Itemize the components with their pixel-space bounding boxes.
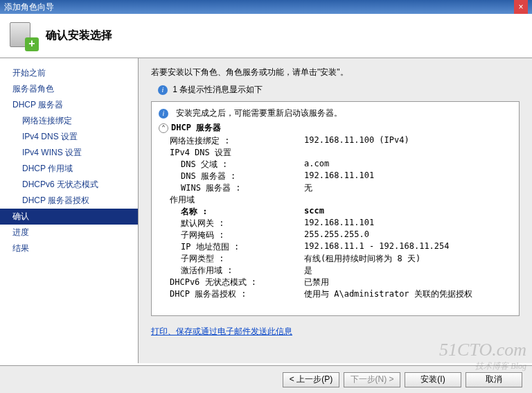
nav-step-2[interactable]: DHCP 服务器 [0, 97, 138, 113]
summary-row: DNS 服务器 :192.168.11.101 [159, 171, 512, 182]
nav-step-11[interactable]: 结果 [0, 241, 138, 256]
summary-row: 子网掩码 :255.255.255.0 [159, 229, 512, 241]
summary-row: DHCPv6 无状态模式 :已禁用 [159, 277, 512, 288]
summary-panel: i 安装完成之后，可能需要重新启动该服务器。 ⌃ DHCP 服务器 网络连接绑定… [151, 101, 520, 316]
nav-step-1[interactable]: 服务器角色 [0, 81, 138, 97]
summary-row: 子网类型 :有线(租用持续时间将为 8 天) [159, 253, 512, 265]
section-header-dhcp[interactable]: ⌃ DHCP 服务器 [159, 122, 512, 134]
page-title: 确认安装选择 [46, 28, 112, 43]
close-icon[interactable]: × [514, 0, 528, 14]
nav-step-6[interactable]: DHCP 作用域 [0, 161, 138, 177]
nav-step-4[interactable]: IPv4 DNS 设置 [0, 129, 138, 145]
window-titlebar: 添加角色向导 × [0, 0, 532, 14]
wizard-header: + 确认安装选择 [0, 14, 532, 58]
info-icon: i [158, 85, 168, 95]
wizard-steps-sidebar: 开始之前服务器角色DHCP 服务器网络连接绑定IPv4 DNS 设置IPv4 W… [0, 58, 139, 363]
summary-row: IP 地址范围 :192.168.11.1 - 192.168.11.254 [159, 241, 512, 253]
info-icon: i [159, 109, 168, 119]
summary-row: WINS 服务器 :无 [159, 182, 512, 194]
print-save-email-link[interactable]: 打印、保存或通过电子邮件发送此信息 [151, 326, 292, 338]
nav-step-7[interactable]: DHCPv6 无状态模式 [0, 177, 138, 193]
info-message-count: i 1 条提示性消息显示如下 [158, 84, 520, 96]
summary-row: 作用域 [159, 194, 512, 206]
next-button: 下一步(N) > [344, 372, 400, 387]
collapse-icon[interactable]: ⌃ [159, 123, 168, 133]
previous-button[interactable]: < 上一步(P) [283, 372, 339, 387]
window-title: 添加角色向导 [4, 0, 54, 14]
install-button[interactable]: 安装(I) [405, 372, 461, 387]
nav-step-9[interactable]: 确认 [0, 209, 138, 225]
server-role-icon: + [10, 22, 37, 50]
nav-step-8[interactable]: DHCP 服务器授权 [0, 193, 138, 209]
nav-step-3[interactable]: 网络连接绑定 [0, 113, 138, 129]
summary-row: DHCP 服务器授权 :使用与 A\administrator 关联的凭据授权 [159, 288, 512, 300]
wizard-footer: < 上一步(P) 下一步(N) > 安装(I) 取消 [0, 365, 532, 393]
nav-step-10[interactable]: 进度 [0, 225, 138, 241]
summary-row: 网络连接绑定 :192.168.11.100 (IPv4) [159, 135, 512, 147]
nav-step-0[interactable]: 开始之前 [0, 65, 138, 81]
summary-row: 激活作用域 :是 [159, 265, 512, 277]
cancel-button[interactable]: 取消 [466, 372, 522, 387]
restart-warning: i 安装完成之后，可能需要重新启动该服务器。 [159, 107, 512, 119]
instruction-text: 若要安装以下角色、角色服务或功能，请单击"安装"。 [151, 67, 520, 78]
nav-step-5[interactable]: IPv4 WINS 设置 [0, 145, 138, 161]
summary-row: IPv4 DNS 设置 [159, 147, 512, 159]
summary-row: 名称 :sccm [159, 206, 512, 218]
summary-row: 默认网关 :192.168.11.101 [159, 218, 512, 229]
summary-row: DNS 父域 :a.com [159, 159, 512, 171]
content-pane: 若要安装以下角色、角色服务或功能，请单击"安装"。 i 1 条提示性消息显示如下… [139, 58, 532, 363]
